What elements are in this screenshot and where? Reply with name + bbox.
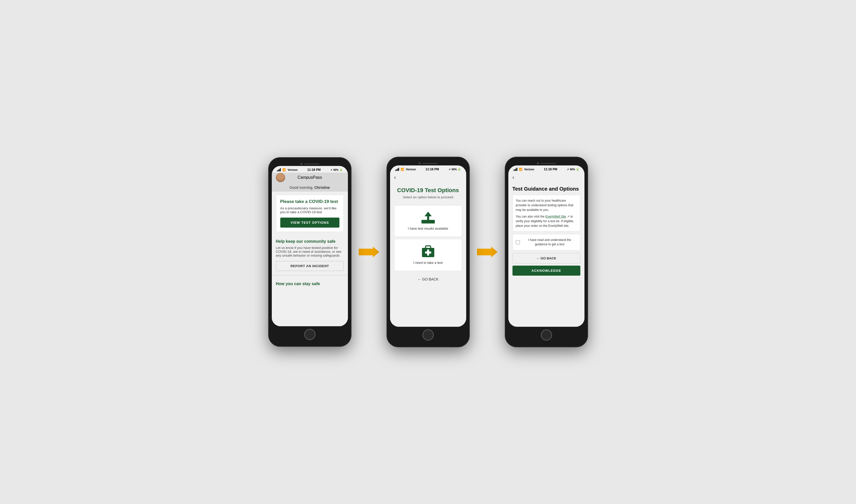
phone3-nav: ‹ [508,172,584,183]
phone1-screen: Good morning, Christine Please take a CO… [272,182,348,326]
guidance-card: You can reach out to your healthcare pro… [512,195,580,231]
phone1-camera [300,163,303,165]
phone3-top [508,160,584,165]
phone3-home-button[interactable] [541,329,552,341]
covid-card-body: As a precautionary measure, we'd like yo… [280,206,339,214]
phone1-gps-icon: ↗ [330,168,332,171]
upload-icon [422,212,435,223]
covid-card: Please take a COVID-19 test As a precaut… [276,195,344,232]
everlywell-link[interactable]: EverlyWell Site [545,215,566,218]
scene: 📶 Verizon 11:18 PM ↗ 60% 🔋 CampusPass [269,157,587,347]
guidance-text2: You can also visit the EverlyWell Site ↗… [516,214,577,228]
svg-marker-0 [359,247,379,257]
phone2-time: 11:18 PM [426,167,439,171]
phone1-battery-text: 60% [333,168,338,171]
phone1-greeting: Good morning, Christine [272,182,348,192]
phone1-status-bar: 📶 Verizon 11:18 PM ↗ 60% 🔋 [272,166,348,173]
avatar-face [276,173,285,182]
stay-safe-heading: How you can stay safe [276,282,344,286]
greeting-name: Christine [314,185,330,190]
guidance-text1: You can reach out to your healthcare pro… [516,198,577,212]
phone2-wifi-icon: 📶 [400,168,404,171]
phone3-screen: Test Guidance and Options You can reach … [508,183,584,327]
phone1-nav-title: CampusPass [297,175,322,180]
guidance-checkbox[interactable] [516,240,520,244]
phone1-top [272,161,348,166]
view-test-options-button[interactable]: VIEW TEST OPTIONS [280,218,339,228]
arrow-1 [359,246,379,258]
phone2-battery-icon: 🔋 [458,168,461,171]
arrow-2-svg [477,246,498,258]
phone2-signal [395,168,399,171]
phone3-camera [537,162,539,164]
phone1-wifi-icon: 📶 [283,168,286,172]
go-back-button[interactable]: ← GO BACK [512,253,580,264]
phone1-inner: 📶 Verizon 11:18 PM ↗ 60% 🔋 CampusPass [272,166,348,326]
option2-label: I need to take a test [413,261,443,265]
arrow-1-svg [359,246,379,258]
phone2-camera [418,162,421,164]
phone1-speaker [304,163,319,165]
phone3-carrier-text: Verizon [524,168,534,171]
phone-2: 📶 Verizon 11:18 PM ↗ 60% 🔋 ‹ COVID-19 Te… [387,157,469,347]
option1-label: I have test results available [408,227,448,230]
phone3-right-icons: ↗ 60% 🔋 [567,168,579,171]
phone-3: 📶 Verizon 11:18 PM ↗ 60% 🔋 ‹ Test Guidan… [505,157,587,347]
phone2-back-nav-button[interactable]: ‹ [394,175,396,180]
phone1-avatar [276,173,285,182]
phone1-signal [277,168,281,171]
phone-1: 📶 Verizon 11:18 PM ↗ 60% 🔋 CampusPass [269,158,351,346]
phone3-battery-text: 60% [570,168,575,171]
phone3-back-nav-button[interactable]: ‹ [512,175,514,180]
report-incident-button[interactable]: REPORT AN INCIDENT [276,261,344,271]
guidance-text2-part1: You can also visit the [516,215,546,218]
phone2-battery-text: 60% [451,168,457,171]
phone3-status-bar: 📶 Verizon 11:18 PM ↗ 60% 🔋 [508,165,584,172]
greeting-text: Good morning, [290,185,314,190]
phone2-nav: ‹ [390,172,466,183]
option1-card[interactable]: I have test results available [394,205,462,237]
phone2-status-bar: 📶 Verizon 11:18 PM ↗ 60% 🔋 [390,165,466,172]
phone3-signal [513,168,517,171]
phone3-carrier: 📶 Verizon [513,168,534,171]
phone3-wifi-icon: 📶 [519,168,523,171]
option2-card[interactable]: I need to take a test [394,239,462,271]
phone1-home-button[interactable] [304,329,315,340]
covid-card-heading: Please take a COVID-19 test [280,199,339,204]
phone2-inner: 📶 Verizon 11:18 PM ↗ 60% 🔋 ‹ COVID-19 Te… [390,165,466,327]
svg-marker-3 [425,212,432,216]
acknowledge-button[interactable]: ACKNOWLEDGE [512,266,580,276]
svg-marker-8 [477,247,498,257]
phone2-top [390,160,466,165]
phone1-carrier-text: Verizon [288,168,298,171]
phone2-home-button[interactable] [423,329,434,341]
phone1-battery-icon: 🔋 [339,168,343,171]
phone2-speaker [422,163,438,164]
phone3-time: 11:18 PM [544,167,557,171]
phone3-battery-icon: 🔋 [576,168,579,171]
phone3-inner: 📶 Verizon 11:18 PM ↗ 60% 🔋 ‹ Test Guidan… [508,165,584,327]
community-heading: Help keep our community safe [276,239,344,244]
phone2-back-button[interactable]: ← GO BACK [390,273,466,285]
phone2-carrier-text: Verizon [406,168,416,171]
checkbox-label: I have read and understand the guidance … [523,238,577,247]
phone1-nav: CampusPass [272,173,348,182]
phone2-carrier: 📶 Verizon [395,168,416,171]
phone2-right-icons: ↗ 60% 🔋 [448,168,461,171]
phone2-subtitle: Select an option below to proceed [390,195,466,203]
phone2-screen: COVID-19 Test Options Select an option b… [390,183,466,327]
svg-rect-1 [422,220,435,223]
phone1-carrier: 📶 Verizon [277,168,298,172]
phone3-gps-icon: ↗ [567,168,569,171]
kit-icon [422,245,435,258]
arrow-2 [477,246,498,258]
checkbox-row: I have read and understand the guidance … [512,234,580,250]
community-body: Let us know if you have tested positive … [276,246,344,257]
phone1-time: 11:18 PM [307,168,321,172]
phone2-gps-icon: ↗ [448,168,450,171]
phone1-right-icons: ↗ 60% 🔋 [330,168,343,171]
guidance-ext-icon: ↗ [566,215,569,218]
phone2-title: COVID-19 Test Options [390,183,466,195]
stay-safe-section: How you can stay safe [272,277,348,290]
community-section: Help keep our community safe Let us know… [272,235,348,273]
